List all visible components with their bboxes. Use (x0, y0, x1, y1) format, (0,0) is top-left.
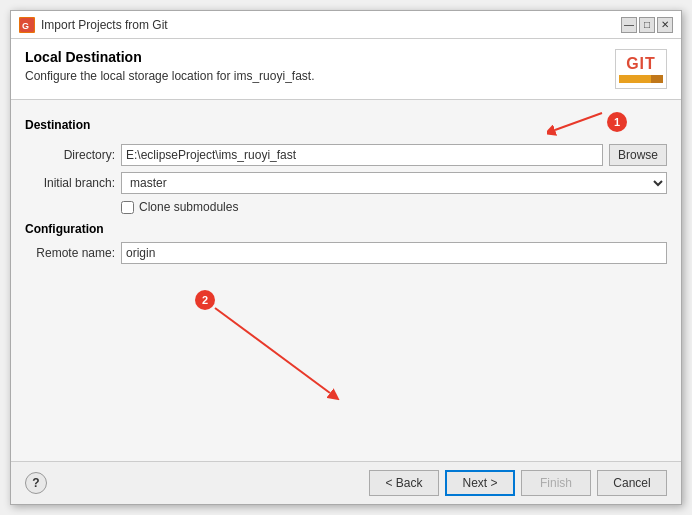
annotation-arrow-2 (155, 288, 375, 408)
maximize-button[interactable]: □ (639, 17, 655, 33)
header-text: Local Destination Configure the local st… (25, 49, 605, 83)
finish-button[interactable]: Finish (521, 470, 591, 496)
configuration-section: Configuration Remote name: (25, 222, 667, 264)
destination-label: Destination (25, 118, 90, 132)
remote-label: Remote name: (25, 246, 115, 260)
branch-row: Initial branch: master (25, 172, 667, 194)
cancel-button[interactable]: Cancel (597, 470, 667, 496)
git-logo-text: GIT (626, 55, 656, 73)
config-label: Configuration (25, 222, 667, 236)
footer-left: ? (25, 472, 47, 494)
clone-submodules-row: Clone submodules (121, 200, 667, 214)
section-heading: Local Destination (25, 49, 605, 65)
close-button[interactable]: ✕ (657, 17, 673, 33)
next-button[interactable]: Next > (445, 470, 515, 496)
remote-row: Remote name: (25, 242, 667, 264)
dialog-body: Local Destination Configure the local st… (11, 39, 681, 504)
section-description: Configure the local storage location for… (25, 69, 605, 83)
title-bar-left: G Import Projects from Git (19, 17, 168, 33)
svg-line-3 (555, 113, 602, 130)
title-bar-controls: — □ ✕ (621, 17, 673, 33)
browse-button[interactable]: Browse (609, 144, 667, 166)
svg-line-5 (215, 308, 330, 393)
middle-area: 2 (25, 270, 667, 451)
title-bar: G Import Projects from Git — □ ✕ (11, 11, 681, 39)
annotation-circle-1: 1 (607, 112, 627, 132)
directory-input[interactable] (121, 144, 603, 166)
header-section: Local Destination Configure the local st… (11, 39, 681, 100)
destination-section: Destination 1 (25, 110, 667, 270)
footer-buttons: < Back Next > Finish Cancel (369, 470, 667, 496)
dialog: G Import Projects from Git — □ ✕ Local D… (10, 10, 682, 505)
annotation-arrow-1 (547, 108, 607, 138)
branch-label: Initial branch: (25, 176, 115, 190)
git-logo-bar-right (651, 75, 663, 83)
remote-input[interactable] (121, 242, 667, 264)
git-logo-bar (619, 75, 663, 83)
footer: ? < Back Next > Finish Cancel (11, 461, 681, 504)
clone-submodules-checkbox[interactable] (121, 201, 134, 214)
clone-submodules-label: Clone submodules (139, 200, 238, 214)
back-button[interactable]: < Back (369, 470, 439, 496)
directory-label: Directory: (25, 148, 115, 162)
git-logo-bar-left (619, 75, 651, 83)
help-button[interactable]: ? (25, 472, 47, 494)
directory-row: Directory: Browse (25, 144, 667, 166)
git-icon: G (19, 17, 35, 33)
svg-text:G: G (22, 21, 29, 31)
dialog-title: Import Projects from Git (41, 18, 168, 32)
content-area: Destination 1 (11, 100, 681, 461)
branch-select[interactable]: master (121, 172, 667, 194)
git-logo: GIT (615, 49, 667, 89)
minimize-button[interactable]: — (621, 17, 637, 33)
